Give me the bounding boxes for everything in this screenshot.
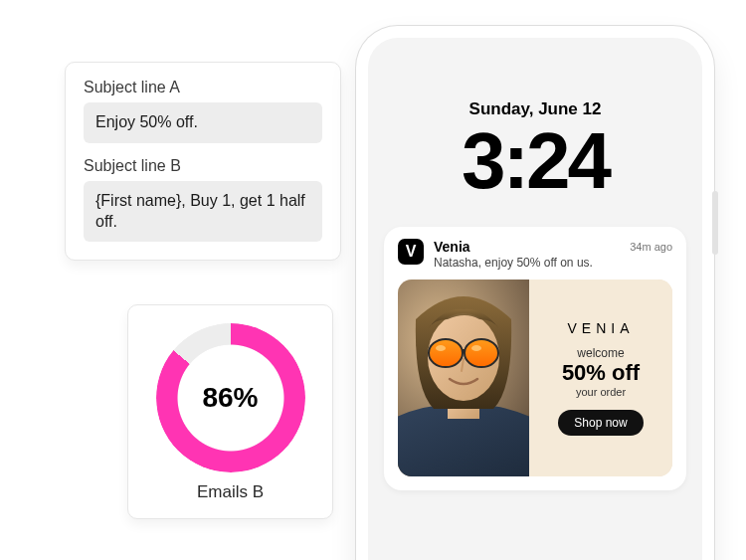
svg-point-9 bbox=[471, 345, 481, 351]
promo-image bbox=[398, 280, 529, 476]
promo-brand: VENIA bbox=[567, 320, 634, 336]
phone-side-button-icon bbox=[712, 191, 718, 255]
subject-a-input[interactable]: Enjoy 50% off. bbox=[84, 102, 322, 143]
subject-lines-card: Subject line A Enjoy 50% off. Subject li… bbox=[65, 62, 341, 261]
notification-app-name: Venia bbox=[434, 239, 622, 255]
donut-percent-text: 86% bbox=[156, 323, 305, 472]
promo-copy: VENIA welcome 50% off your order Shop no… bbox=[529, 280, 672, 476]
promo-subtext: your order bbox=[576, 386, 626, 398]
notification-rich-card: VENIA welcome 50% off your order Shop no… bbox=[398, 280, 672, 476]
svg-point-8 bbox=[436, 345, 446, 351]
subject-b-input[interactable]: {First name}, Buy 1, get 1 half off. bbox=[84, 181, 322, 243]
subject-b-label: Subject line B bbox=[84, 157, 322, 175]
promo-headline: 50% off bbox=[562, 362, 640, 384]
shop-now-button[interactable]: Shop now bbox=[558, 410, 643, 436]
phone-screen: Sunday, June 12 3:24 V Venia Natasha, en… bbox=[368, 38, 702, 560]
notification-timestamp: 34m ago bbox=[630, 241, 672, 253]
subject-a-label: Subject line A bbox=[84, 79, 322, 96]
lockscreen-time: 3:24 bbox=[368, 121, 702, 201]
push-notification[interactable]: V Venia Natasha, enjoy 50% off on us. 34… bbox=[384, 227, 686, 490]
lockscreen-date: Sunday, June 12 bbox=[368, 38, 702, 119]
stats-label: Emails B bbox=[138, 482, 322, 502]
donut-chart: 86% bbox=[156, 323, 305, 472]
emails-b-stats-card: 86% Emails B bbox=[127, 304, 333, 519]
notification-message: Natasha, enjoy 50% off on us. bbox=[434, 256, 622, 270]
promo-welcome: welcome bbox=[577, 346, 624, 360]
app-icon: V bbox=[398, 239, 424, 265]
phone-mockup: Sunday, June 12 3:24 V Venia Natasha, en… bbox=[356, 26, 714, 560]
